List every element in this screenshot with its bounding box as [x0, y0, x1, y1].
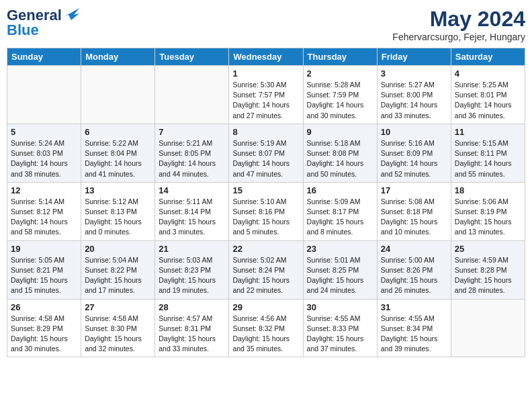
- calendar-cell: 10Sunrise: 5:16 AM Sunset: 8:09 PM Dayli…: [377, 124, 451, 182]
- day-number: 16: [307, 185, 373, 195]
- day-detail: Sunrise: 5:24 AM Sunset: 8:03 PM Dayligh…: [11, 138, 77, 179]
- day-number: 23: [307, 244, 373, 254]
- day-detail: Sunrise: 5:00 AM Sunset: 8:26 PM Dayligh…: [381, 255, 447, 296]
- calendar-cell: 21Sunrise: 5:03 AM Sunset: 8:23 PM Dayli…: [155, 240, 229, 299]
- day-detail: Sunrise: 4:55 AM Sunset: 8:33 PM Dayligh…: [307, 314, 373, 355]
- calendar-cell: 22Sunrise: 5:02 AM Sunset: 8:24 PM Dayli…: [229, 240, 303, 299]
- day-detail: Sunrise: 5:08 AM Sunset: 8:18 PM Dayligh…: [381, 197, 447, 238]
- calendar-cell: 7Sunrise: 5:21 AM Sunset: 8:05 PM Daylig…: [155, 124, 229, 182]
- day-detail: Sunrise: 5:06 AM Sunset: 8:19 PM Dayligh…: [455, 197, 521, 238]
- weekday-header-sunday: Sunday: [7, 48, 81, 66]
- calendar-cell: 9Sunrise: 5:18 AM Sunset: 8:08 PM Daylig…: [303, 124, 377, 182]
- location-title: Fehervarcsurgo, Fejer, Hungary: [392, 32, 525, 42]
- weekday-header-saturday: Saturday: [451, 48, 525, 66]
- day-detail: Sunrise: 5:12 AM Sunset: 8:13 PM Dayligh…: [85, 197, 151, 238]
- day-detail: Sunrise: 5:30 AM Sunset: 7:57 PM Dayligh…: [232, 80, 299, 121]
- calendar-cell: [155, 66, 229, 124]
- day-number: 30: [307, 302, 373, 312]
- calendar-cell: 4Sunrise: 5:25 AM Sunset: 8:01 PM Daylig…: [451, 66, 525, 124]
- day-number: 4: [455, 68, 521, 79]
- day-detail: Sunrise: 5:09 AM Sunset: 8:17 PM Dayligh…: [307, 197, 373, 238]
- weekday-header-wednesday: Wednesday: [229, 48, 303, 66]
- day-number: 27: [85, 302, 151, 312]
- day-number: 14: [159, 185, 225, 195]
- calendar-cell: 18Sunrise: 5:06 AM Sunset: 8:19 PM Dayli…: [451, 182, 525, 240]
- month-title: May 2024: [392, 7, 525, 32]
- day-number: 2: [307, 68, 373, 79]
- day-detail: Sunrise: 5:16 AM Sunset: 8:09 PM Dayligh…: [381, 138, 447, 179]
- weekday-header-friday: Friday: [377, 48, 451, 66]
- day-number: 6: [85, 127, 151, 137]
- day-detail: Sunrise: 5:19 AM Sunset: 8:07 PM Dayligh…: [232, 138, 299, 179]
- calendar-cell: 31Sunrise: 4:55 AM Sunset: 8:34 PM Dayli…: [377, 299, 451, 357]
- calendar-cell: 8Sunrise: 5:19 AM Sunset: 8:07 PM Daylig…: [229, 124, 303, 182]
- calendar-cell: [81, 66, 155, 124]
- day-number: 12: [11, 185, 77, 195]
- day-detail: Sunrise: 5:10 AM Sunset: 8:16 PM Dayligh…: [232, 197, 299, 238]
- day-number: 9: [307, 127, 373, 137]
- day-detail: Sunrise: 5:02 AM Sunset: 8:24 PM Dayligh…: [232, 255, 299, 296]
- day-detail: Sunrise: 5:03 AM Sunset: 8:23 PM Dayligh…: [159, 255, 225, 296]
- day-detail: Sunrise: 5:01 AM Sunset: 8:25 PM Dayligh…: [307, 255, 373, 296]
- logo-blue: Blue: [7, 21, 39, 39]
- calendar-cell: 3Sunrise: 5:27 AM Sunset: 8:00 PM Daylig…: [377, 66, 451, 124]
- day-detail: Sunrise: 5:05 AM Sunset: 8:21 PM Dayligh…: [11, 255, 77, 296]
- calendar-cell: 19Sunrise: 5:05 AM Sunset: 8:21 PM Dayli…: [7, 240, 81, 299]
- day-detail: Sunrise: 5:22 AM Sunset: 8:04 PM Dayligh…: [85, 138, 151, 179]
- day-number: 1: [232, 68, 299, 79]
- day-number: 8: [232, 127, 299, 137]
- calendar-cell: 24Sunrise: 5:00 AM Sunset: 8:26 PM Dayli…: [377, 240, 451, 299]
- calendar-cell: 29Sunrise: 4:56 AM Sunset: 8:32 PM Dayli…: [229, 299, 303, 357]
- day-detail: Sunrise: 4:55 AM Sunset: 8:34 PM Dayligh…: [381, 314, 447, 355]
- day-number: 26: [11, 302, 77, 312]
- day-detail: Sunrise: 5:11 AM Sunset: 8:14 PM Dayligh…: [159, 197, 225, 238]
- day-number: 20: [85, 244, 151, 254]
- calendar-cell: 12Sunrise: 5:14 AM Sunset: 8:12 PM Dayli…: [7, 182, 81, 240]
- day-detail: Sunrise: 5:04 AM Sunset: 8:22 PM Dayligh…: [85, 255, 151, 296]
- day-number: 29: [232, 302, 299, 312]
- day-number: 28: [159, 302, 225, 312]
- day-number: 24: [381, 244, 447, 254]
- calendar-cell: 17Sunrise: 5:08 AM Sunset: 8:18 PM Dayli…: [377, 182, 451, 240]
- calendar-cell: 20Sunrise: 5:04 AM Sunset: 8:22 PM Dayli…: [81, 240, 155, 299]
- calendar-cell: [7, 66, 81, 124]
- calendar-cell: 13Sunrise: 5:12 AM Sunset: 8:13 PM Dayli…: [81, 182, 155, 240]
- calendar-cell: 23Sunrise: 5:01 AM Sunset: 8:25 PM Dayli…: [303, 240, 377, 299]
- calendar-cell: 1Sunrise: 5:30 AM Sunset: 7:57 PM Daylig…: [229, 66, 303, 124]
- day-number: 5: [11, 127, 77, 137]
- calendar-cell: 6Sunrise: 5:22 AM Sunset: 8:04 PM Daylig…: [81, 124, 155, 182]
- day-number: 22: [232, 244, 299, 254]
- day-detail: Sunrise: 4:58 AM Sunset: 8:30 PM Dayligh…: [85, 314, 151, 355]
- day-number: 15: [232, 185, 299, 195]
- day-number: 25: [455, 244, 521, 254]
- title-area: May 2024 Fehervarcsurgo, Fejer, Hungary: [392, 7, 525, 42]
- calendar-cell: 2Sunrise: 5:28 AM Sunset: 7:59 PM Daylig…: [303, 66, 377, 124]
- logo-bird-icon: [64, 8, 79, 20]
- day-detail: Sunrise: 4:58 AM Sunset: 8:29 PM Dayligh…: [11, 314, 77, 355]
- weekday-header-thursday: Thursday: [303, 48, 377, 66]
- day-detail: Sunrise: 5:18 AM Sunset: 8:08 PM Dayligh…: [307, 138, 373, 179]
- day-detail: Sunrise: 5:14 AM Sunset: 8:12 PM Dayligh…: [11, 197, 77, 238]
- calendar-cell: 27Sunrise: 4:58 AM Sunset: 8:30 PM Dayli…: [81, 299, 155, 357]
- weekday-header-tuesday: Tuesday: [155, 48, 229, 66]
- day-detail: Sunrise: 5:15 AM Sunset: 8:11 PM Dayligh…: [455, 138, 521, 179]
- calendar-cell: 14Sunrise: 5:11 AM Sunset: 8:14 PM Dayli…: [155, 182, 229, 240]
- day-number: 21: [159, 244, 225, 254]
- calendar-cell: [451, 299, 525, 357]
- day-number: 3: [381, 68, 447, 79]
- calendar-cell: 26Sunrise: 4:58 AM Sunset: 8:29 PM Dayli…: [7, 299, 81, 357]
- logo: General Blue: [7, 7, 79, 39]
- day-number: 13: [85, 185, 151, 195]
- calendar-cell: 30Sunrise: 4:55 AM Sunset: 8:33 PM Dayli…: [303, 299, 377, 357]
- day-detail: Sunrise: 5:25 AM Sunset: 8:01 PM Dayligh…: [455, 80, 521, 121]
- day-detail: Sunrise: 5:27 AM Sunset: 8:00 PM Dayligh…: [381, 80, 447, 121]
- day-detail: Sunrise: 5:28 AM Sunset: 7:59 PM Dayligh…: [307, 80, 373, 121]
- calendar-cell: 15Sunrise: 5:10 AM Sunset: 8:16 PM Dayli…: [229, 182, 303, 240]
- day-number: 31: [381, 302, 447, 312]
- day-number: 17: [381, 185, 447, 195]
- day-detail: Sunrise: 4:59 AM Sunset: 8:28 PM Dayligh…: [455, 255, 521, 296]
- calendar-cell: 5Sunrise: 5:24 AM Sunset: 8:03 PM Daylig…: [7, 124, 81, 182]
- svg-marker-0: [64, 8, 79, 20]
- calendar-cell: 11Sunrise: 5:15 AM Sunset: 8:11 PM Dayli…: [451, 124, 525, 182]
- day-number: 19: [11, 244, 77, 254]
